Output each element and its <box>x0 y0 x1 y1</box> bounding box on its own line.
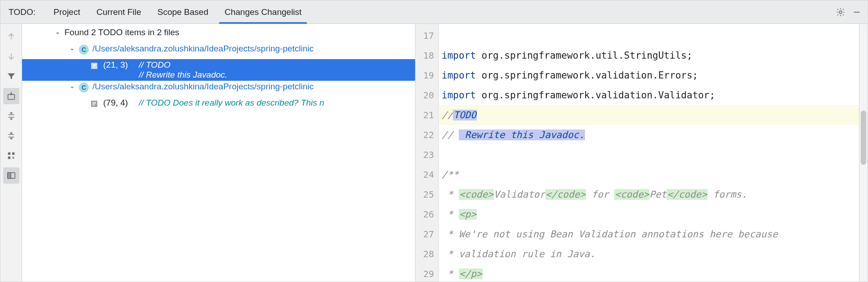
class-file-icon: C <box>79 45 89 55</box>
class-file-icon: C <box>79 83 89 92</box>
todo-title: TODO: <box>9 7 36 17</box>
code-line[interactable]: // Rewrite this Javadoc. <box>439 125 859 145</box>
svg-rect-16 <box>92 105 95 106</box>
code-gutter: 17181920212223242526272829 <box>416 24 439 282</box>
todo-tree: Found 2 TODO items in 2 files C /Users/a… <box>22 24 415 113</box>
code-token: Pet <box>649 189 667 200</box>
svg-rect-14 <box>92 102 96 103</box>
tree-file-row[interactable]: C /Users/aleksandra.zolushkina/IdeaProje… <box>22 43 415 59</box>
code-token: for <box>586 189 614 200</box>
autoscroll-to-source-icon[interactable] <box>3 88 19 104</box>
code-token: </p> <box>459 268 483 279</box>
svg-rect-5 <box>8 157 10 159</box>
main-area: Found 2 TODO items in 2 files C /Users/a… <box>0 24 868 282</box>
expand-all-icon[interactable] <box>3 108 19 124</box>
tree-file-row[interactable]: C /Users/aleksandra.zolushkina/IdeaProje… <box>22 81 415 97</box>
tab-label: Changes Changelist <box>224 7 302 17</box>
filter-icon[interactable] <box>3 68 19 84</box>
code-line[interactable]: //TODO <box>439 105 859 125</box>
svg-rect-3 <box>8 153 10 155</box>
todo-tool-window: TODO: Project Current File Scope Based C… <box>0 0 868 282</box>
todo-item-icon <box>90 61 99 70</box>
line-number: 18 <box>416 46 439 65</box>
code-line[interactable]: import org.springframework.validation.Va… <box>439 85 859 105</box>
line-number: 22 <box>416 125 439 145</box>
code-token: * <box>442 189 459 200</box>
line-number: 21 <box>416 105 439 125</box>
todo-line: // Rewrite this Javadoc. <box>139 70 227 80</box>
code-line[interactable] <box>439 145 859 165</box>
todo-item-row[interactable]: (21, 3) // TODO // Rewrite this Javadoc. <box>22 59 415 81</box>
tab-label: Project <box>54 7 80 17</box>
tab-label: Current File <box>96 7 141 17</box>
collapse-all-icon[interactable] <box>3 128 19 144</box>
chevron-down-icon[interactable] <box>67 83 77 92</box>
code-token: * <box>442 268 459 279</box>
line-number: 26 <box>416 204 439 224</box>
code-line[interactable]: /** <box>439 165 859 185</box>
preview-pane-icon[interactable] <box>3 167 19 184</box>
svg-rect-15 <box>92 103 96 104</box>
arrow-up-icon[interactable] <box>3 28 19 45</box>
line-number: 28 <box>416 244 439 264</box>
todo-item-icon <box>90 99 99 108</box>
code-token: org.springframework.validation.Validator… <box>482 90 715 101</box>
code-line[interactable]: * </p> <box>439 264 859 282</box>
group-by-icon[interactable] <box>3 148 19 164</box>
code-token: </code> <box>667 189 708 200</box>
line-number: 23 <box>416 145 439 165</box>
code-line[interactable] <box>439 26 859 46</box>
line-number: 17 <box>416 26 439 46</box>
svg-rect-10 <box>92 64 96 65</box>
minimize-icon[interactable] <box>849 4 865 20</box>
code-token: import <box>442 50 482 61</box>
code-token: * <box>442 209 459 220</box>
svg-rect-12 <box>92 67 95 68</box>
chevron-down-icon[interactable] <box>67 45 77 55</box>
tab-current-file[interactable]: Current File <box>88 0 149 23</box>
todo-item-text: // TODO // Rewrite this Javadoc. <box>139 60 227 80</box>
svg-rect-11 <box>92 65 96 66</box>
code-token: /** <box>442 169 459 180</box>
code-token: org.springframework.validation.Errors; <box>482 70 698 81</box>
todo-line: // TODO <box>139 60 227 70</box>
code-token: forms. <box>708 189 748 200</box>
code-token: * We're not using Bean Validation annota… <box>442 229 784 240</box>
tree-summary-row[interactable]: Found 2 TODO items in 2 files <box>22 27 415 43</box>
tab-scope-based[interactable]: Scope Based <box>149 0 216 23</box>
code-token: org.springframework.util.StringUtils; <box>482 50 693 61</box>
code-line[interactable]: * We're not using Bean Validation annota… <box>439 224 859 244</box>
scrollbar-thumb[interactable] <box>861 111 866 165</box>
code-token: TODO <box>453 110 477 120</box>
vertical-scrollbar[interactable] <box>859 24 868 282</box>
code-token: Validator <box>494 189 545 200</box>
gear-icon[interactable] <box>832 4 849 20</box>
code-line[interactable]: * <code>Validator</code> for <code>Pet</… <box>439 185 859 204</box>
todo-tree-pane[interactable]: Found 2 TODO items in 2 files C /Users/a… <box>22 24 416 282</box>
code-line[interactable]: import org.springframework.util.StringUt… <box>439 46 859 65</box>
code-line[interactable]: * <p> <box>439 204 859 224</box>
code-editor[interactable]: import org.springframework.util.StringUt… <box>439 24 859 282</box>
svg-rect-4 <box>12 153 14 155</box>
code-token: import <box>442 70 482 81</box>
arrow-down-icon[interactable] <box>3 48 19 65</box>
code-token: import <box>442 90 482 101</box>
code-token: Rewrite this Javadoc. <box>459 129 585 140</box>
svg-rect-8 <box>7 173 10 179</box>
todo-item-position: (79, 4) <box>103 98 128 108</box>
todo-item-position: (21, 3) <box>103 60 128 70</box>
code-line[interactable]: import org.springframework.validation.Er… <box>439 65 859 85</box>
code-token: </code> <box>545 189 586 200</box>
code-token: // <box>442 129 459 140</box>
code-line[interactable]: * validation rule in Java. <box>439 244 859 264</box>
tab-project[interactable]: Project <box>46 0 88 23</box>
tab-changes-changelist[interactable]: Changes Changelist <box>216 0 310 23</box>
line-number: 24 <box>416 165 439 185</box>
line-number: 29 <box>416 264 439 282</box>
line-number: 25 <box>416 185 439 204</box>
code-token: <code> <box>459 189 494 200</box>
todo-item-row[interactable]: (79, 4) // TODO Does it really work as d… <box>22 97 415 113</box>
chevron-down-icon[interactable] <box>53 28 63 38</box>
line-number: 19 <box>416 65 439 85</box>
line-number: 27 <box>416 224 439 244</box>
